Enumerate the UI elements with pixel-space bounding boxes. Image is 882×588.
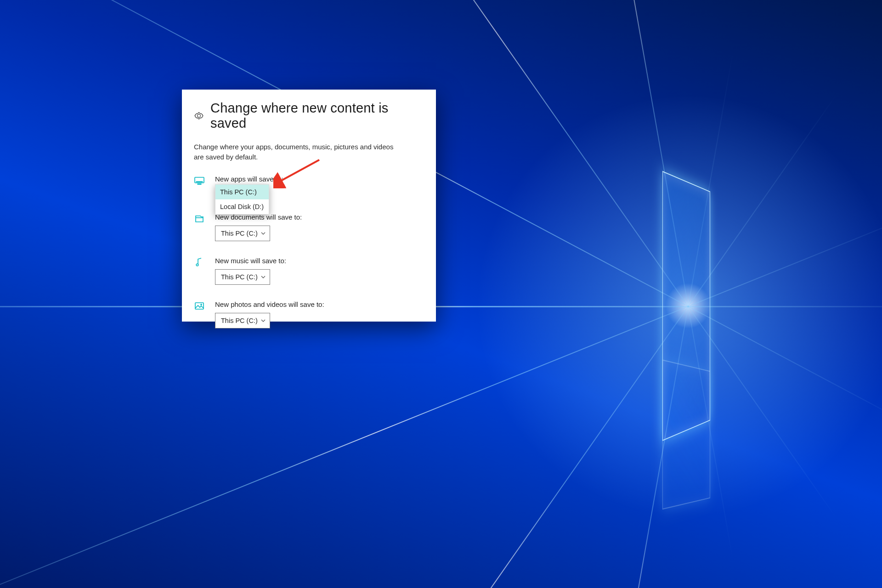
music-icon [194,257,205,268]
chevron-down-icon [260,318,266,323]
svg-rect-4 [195,303,204,309]
apps-save-label: New apps will save to: [215,175,424,183]
svg-point-5 [201,304,202,305]
svg-rect-2 [198,184,201,185]
photos-location-value: This PC (C:) [221,317,258,324]
dropdown-option-local-disk-d[interactable]: Local Disk (D:) [215,199,269,214]
setting-group-photos: New photos and videos will save to: This… [194,300,424,328]
documents-location-value: This PC (C:) [221,230,258,237]
setting-group-music: New music will save to: This PC (C:) [194,257,424,285]
photos-location-dropdown[interactable]: This PC (C:) [215,313,270,328]
desktop-wallpaper [0,0,882,588]
chevron-down-icon [260,274,266,280]
svg-rect-1 [196,181,203,182]
setting-group-documents: New documents will save to: This PC (C:) [194,213,424,241]
page-title: Change where new content is saved [210,101,424,131]
gear-icon [194,111,204,121]
settings-window: Change where new content is saved Change… [182,90,436,322]
music-location-dropdown[interactable]: This PC (C:) [215,269,270,285]
music-location-value: This PC (C:) [221,273,258,281]
apps-location-dropdown-open[interactable]: This PC (C:) Local Disk (D:) [215,184,269,215]
dropdown-option-this-pc-c[interactable]: This PC (C:) [215,185,269,199]
chevron-down-icon [260,231,266,236]
photos-icon [194,300,205,311]
page-description: Change where your apps, documents, music… [194,142,396,162]
photos-save-label: New photos and videos will save to: [215,300,424,308]
apps-icon [194,175,205,186]
setting-group-apps: New apps will save to: This PC (C:) Loca… [194,175,424,187]
documents-location-dropdown[interactable]: This PC (C:) [215,226,270,241]
svg-point-3 [196,264,198,266]
documents-icon [194,213,205,224]
music-save-label: New music will save to: [215,257,424,265]
